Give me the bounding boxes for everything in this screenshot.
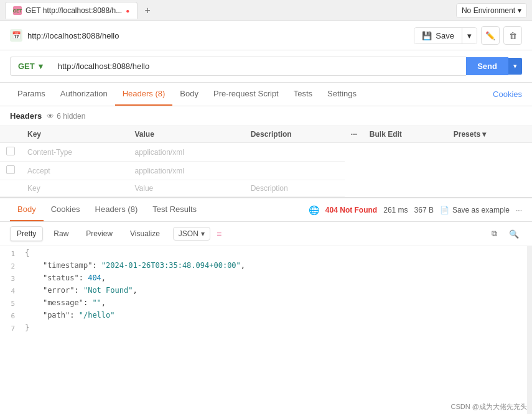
row3-value[interactable]: Value bbox=[128, 180, 244, 197]
browser-tab[interactable]: GET GET http://localhost:8088/h... ● bbox=[5, 2, 138, 19]
line-content-4: "error": "Not Found", bbox=[22, 286, 527, 295]
format-type-chevron-icon: ▾ bbox=[201, 229, 205, 238]
key-error: "error" bbox=[43, 286, 75, 295]
response-tab-test-results[interactable]: Test Results bbox=[145, 198, 204, 221]
table-row: Key Value Description bbox=[0, 180, 532, 197]
tab-headers[interactable]: Headers (8) bbox=[115, 83, 173, 106]
search-icon-button[interactable]: 🔍 bbox=[506, 226, 522, 242]
code-line-5: 5 "message": "", bbox=[0, 298, 527, 311]
tab-authorization[interactable]: Authorization bbox=[53, 83, 115, 106]
val-path: "/hello" bbox=[79, 311, 115, 320]
line-content-5: "message": "", bbox=[22, 298, 527, 307]
save-example-label: Save as example bbox=[452, 206, 510, 214]
save-label: Save bbox=[436, 31, 454, 40]
row1-value[interactable]: application/xml bbox=[128, 143, 244, 162]
request-tabs: Params Authorization Headers (8) Body Pr… bbox=[0, 83, 532, 106]
request-bar: GET ▾ Send ▾ bbox=[0, 50, 532, 83]
table-row: Accept application/xml bbox=[0, 162, 532, 180]
calendar-icon: 📅 bbox=[10, 29, 22, 42]
globe-icon: 🌐 bbox=[309, 205, 319, 215]
new-tab-button[interactable]: + bbox=[140, 3, 155, 18]
filter-icon[interactable]: ≡ bbox=[217, 229, 222, 239]
more-options-icon[interactable]: ··· bbox=[516, 206, 522, 214]
save-dropdown-arrow[interactable]: ▾ bbox=[462, 28, 477, 44]
preview-button[interactable]: Preview bbox=[79, 226, 119, 241]
line-content-3: "status": 404, bbox=[22, 274, 527, 282]
tab-tests[interactable]: Tests bbox=[286, 83, 320, 106]
code-line-6: 6 "path": "/hello" bbox=[0, 311, 527, 323]
row3-key[interactable]: Key bbox=[21, 180, 128, 197]
status-label: 404 Not Found bbox=[325, 206, 377, 214]
copy-icon-button[interactable]: ⧉ bbox=[486, 226, 502, 242]
send-button-group: Send ▾ bbox=[466, 57, 522, 75]
tab-bar-right: No Environment ▾ bbox=[456, 3, 527, 18]
tab-close-icon[interactable]: ● bbox=[126, 7, 129, 14]
key-timestamp: "timestamp" bbox=[43, 261, 92, 270]
row1-description[interactable] bbox=[245, 143, 345, 162]
col-value-header: Value bbox=[128, 126, 244, 143]
response-tab-headers[interactable]: Headers (8) bbox=[88, 198, 146, 221]
key-status: "status" bbox=[43, 274, 79, 282]
code-line-3: 3 "status": 404, bbox=[0, 274, 527, 286]
line-num-7: 7 bbox=[0, 323, 22, 333]
save-example-icon: 📄 bbox=[440, 206, 449, 214]
env-label: No Environment bbox=[462, 6, 515, 15]
trash-icon-button[interactable]: 🗑 bbox=[503, 26, 522, 45]
save-example-button[interactable]: 📄 Save as example bbox=[440, 206, 510, 214]
headers-title: Headers bbox=[10, 111, 42, 121]
save-button-group: 💾 Save ▾ bbox=[414, 27, 477, 44]
col-presets[interactable]: Presets ▾ bbox=[447, 126, 532, 143]
col-bulk-edit[interactable]: Bulk Edit bbox=[363, 126, 447, 143]
method-label: GET bbox=[18, 62, 35, 71]
line-num-3: 3 bbox=[0, 274, 22, 283]
environment-dropdown[interactable]: No Environment ▾ bbox=[456, 3, 527, 18]
row3-description[interactable]: Description bbox=[245, 180, 345, 197]
line-num-2: 2 bbox=[0, 261, 22, 270]
main-container: 📅 http://localhost:8088/hello 💾 Save ▾ ✏… bbox=[0, 21, 532, 414]
line-content-6: "path": "/hello" bbox=[22, 311, 527, 320]
code-editor-area: 1 { 2 "timestamp": "2024-01-26T03:35:48.… bbox=[0, 246, 532, 414]
tab-params[interactable]: Params bbox=[10, 83, 53, 106]
row2-checkbox[interactable] bbox=[6, 165, 15, 174]
line-num-4: 4 bbox=[0, 286, 22, 295]
key-path: "path" bbox=[43, 311, 70, 320]
save-button[interactable]: 💾 Save bbox=[414, 28, 462, 44]
code-line-7: 7 } bbox=[0, 323, 527, 336]
row2-key[interactable]: Accept bbox=[21, 162, 128, 180]
tab-body[interactable]: Body bbox=[172, 83, 206, 106]
tab-settings[interactable]: Settings bbox=[320, 83, 364, 106]
headers-table: Key Value Description ··· Bulk Edit Pres… bbox=[0, 126, 532, 197]
send-dropdown-button[interactable]: ▾ bbox=[508, 58, 522, 75]
cookies-link[interactable]: Cookies bbox=[493, 90, 522, 99]
send-button[interactable]: Send bbox=[466, 57, 508, 75]
visualize-button[interactable]: Visualize bbox=[123, 226, 167, 241]
tab-favicon: GET bbox=[13, 6, 22, 15]
method-dropdown[interactable]: GET ▾ bbox=[10, 57, 50, 76]
row2-description[interactable] bbox=[245, 162, 345, 180]
row1-checkbox[interactable] bbox=[6, 147, 15, 155]
line-content-7: } bbox=[22, 323, 527, 332]
raw-button[interactable]: Raw bbox=[47, 226, 75, 241]
row3-checkbox-cell bbox=[0, 180, 21, 197]
row2-value[interactable]: application/xml bbox=[128, 162, 244, 180]
response-tab-body[interactable]: Body bbox=[10, 198, 44, 221]
format-type-label: JSON bbox=[179, 229, 198, 238]
url-input[interactable] bbox=[50, 57, 466, 76]
col-more: ··· bbox=[345, 126, 363, 143]
code-line-2: 2 "timestamp": "2024-01-26T03:35:48.094+… bbox=[0, 261, 527, 274]
scrollbar[interactable] bbox=[527, 246, 532, 414]
val-timestamp: "2024-01-26T03:35:48.094+00:00" bbox=[101, 261, 241, 270]
browser-tab-bar: GET GET http://localhost:8088/h... ● + N… bbox=[0, 0, 532, 21]
edit-icon-button[interactable]: ✏️ bbox=[481, 26, 500, 45]
hidden-count-label: 6 hidden bbox=[57, 112, 85, 121]
row1-key[interactable]: Content-Type bbox=[21, 143, 128, 162]
header-actions: 💾 Save ▾ ✏️ 🗑 bbox=[414, 26, 522, 45]
watermark: CSDN @成为大佬先充头 bbox=[451, 402, 527, 412]
val-status: 404 bbox=[88, 274, 101, 282]
line-content-1: { bbox=[22, 249, 527, 257]
response-tab-cookies[interactable]: Cookies bbox=[44, 198, 88, 221]
pretty-button[interactable]: Pretty bbox=[10, 226, 43, 241]
tab-pre-request-script[interactable]: Pre-request Script bbox=[206, 83, 286, 106]
format-type-dropdown[interactable]: JSON ▾ bbox=[173, 227, 210, 241]
code-editor[interactable]: 1 { 2 "timestamp": "2024-01-26T03:35:48.… bbox=[0, 246, 527, 414]
